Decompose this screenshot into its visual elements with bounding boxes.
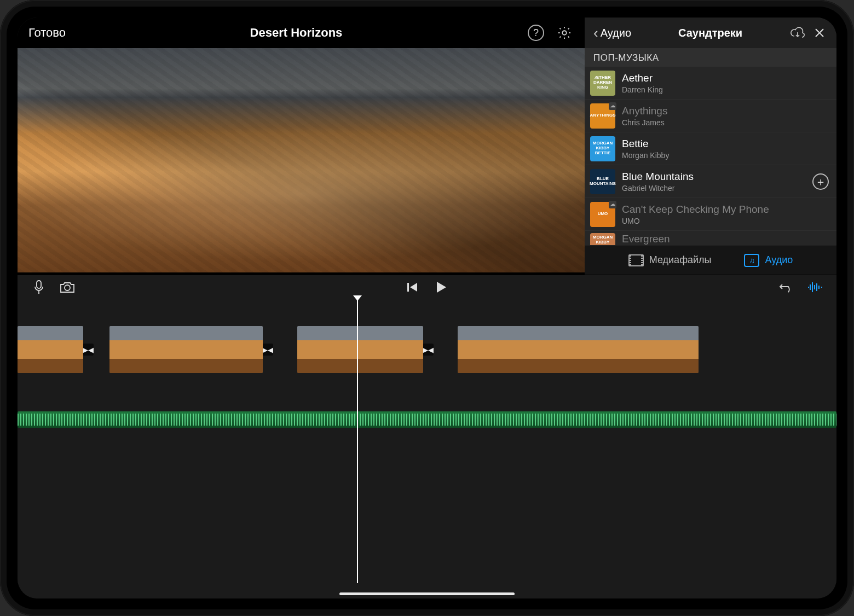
video-clip[interactable] (109, 326, 263, 373)
video-clip[interactable] (18, 326, 83, 373)
music-note-icon: ♫ (744, 254, 759, 267)
tab-media-label: Медиафайлы (649, 254, 712, 266)
svg-rect-3 (407, 283, 409, 292)
undo-button[interactable] (778, 281, 795, 293)
project-title: Desert Horizons (76, 26, 517, 40)
waveform-icon (807, 281, 823, 293)
track-section-header: ПОП-МУЗЫКА (585, 48, 836, 67)
track-title: Bettie (622, 138, 829, 150)
track-artist: Chris James (622, 118, 829, 127)
browser-back-label: Аудио (601, 27, 631, 39)
waveform-toggle-button[interactable] (807, 281, 823, 293)
undo-icon (779, 281, 794, 293)
track-artwork: ÆTHER DARREN KING (590, 71, 615, 96)
tab-audio[interactable]: ♫ Аудио (744, 254, 793, 267)
track-title: Anythings (622, 105, 829, 117)
track-artwork: MORGAN KIBBY BETTIE (590, 136, 615, 161)
track-row[interactable]: ÆTHER DARREN KINGAetherDarren King (585, 67, 836, 100)
done-button[interactable]: Готово (28, 26, 66, 40)
settings-button[interactable] (555, 24, 574, 42)
skip-back-icon (406, 282, 419, 293)
video-clip[interactable] (458, 326, 699, 373)
track-title: Aether (622, 72, 829, 84)
transition-button[interactable]: ▶◀ (423, 344, 434, 356)
track-artwork: MORGAN KIBBY (590, 233, 615, 245)
tab-media[interactable]: Медиафайлы (628, 254, 712, 267)
track-artwork: BLUE MOUNTAINS (590, 169, 615, 194)
film-icon (628, 254, 644, 266)
browser-title: Саундтреки (637, 27, 784, 39)
track-artist: UMO (622, 217, 829, 225)
browser-back-button[interactable]: ‹ Аудио (593, 26, 631, 40)
add-track-button[interactable]: ＋ (812, 173, 829, 190)
close-icon (813, 27, 826, 39)
video-preview[interactable] (18, 48, 585, 272)
cloud-download-icon (789, 26, 806, 39)
video-clip[interactable] (297, 326, 423, 373)
svg-rect-1 (37, 281, 41, 288)
transition-button[interactable]: ▶◀ (83, 344, 94, 356)
record-voiceover-button[interactable] (31, 280, 47, 295)
rewind-button[interactable] (405, 282, 421, 293)
timeline[interactable]: ▶◀▶◀▶◀ (18, 299, 836, 598)
help-button[interactable]: ? (527, 24, 545, 42)
track-row[interactable]: ANYTHINGS☁AnythingsChris James (585, 100, 836, 132)
soundtrack-track[interactable] (18, 411, 836, 428)
tab-audio-label: Аудио (765, 254, 793, 266)
track-artist: Darren King (622, 85, 829, 94)
track-row[interactable]: UMO☁Can't Keep Checking My PhoneUMO (585, 198, 836, 231)
cloud-badge-icon: ☁ (609, 201, 616, 208)
track-list[interactable]: ÆTHER DARREN KINGAetherDarren KingANYTHI… (585, 67, 836, 245)
help-icon: ? (528, 25, 544, 41)
mic-icon (33, 280, 45, 295)
transition-button[interactable]: ▶◀ (262, 344, 273, 356)
media-browser: ‹ Аудио Саундтреки ПОП-МУЗЫКА (585, 18, 836, 275)
track-row[interactable]: BLUE MOUNTAINSBlue MountainsGabriel Witc… (585, 165, 836, 198)
camera-button[interactable] (59, 281, 76, 294)
cloud-badge-icon: ☁ (609, 102, 616, 110)
track-title: Blue Mountains (622, 171, 806, 183)
track-artist: Gabriel Witcher (622, 184, 806, 193)
svg-point-0 (562, 31, 566, 34)
camera-icon (59, 281, 76, 294)
track-artwork: ANYTHINGS☁ (590, 103, 615, 129)
home-indicator (339, 592, 515, 595)
track-title: Evergreen (622, 233, 829, 245)
play-icon (435, 281, 447, 294)
browser-close-button[interactable] (811, 27, 828, 39)
track-row[interactable]: MORGAN KIBBY BETTIEBettieMorgan Kibby (585, 132, 836, 165)
chevron-left-icon: ‹ (593, 26, 598, 40)
svg-point-2 (65, 285, 70, 290)
transport-bar (18, 275, 836, 299)
gear-icon (557, 25, 572, 40)
playhead[interactable] (357, 299, 358, 583)
play-button[interactable] (433, 281, 449, 294)
track-artist: Morgan Kibby (622, 151, 829, 160)
track-artwork: UMO☁ (590, 202, 615, 227)
download-all-button[interactable] (789, 26, 806, 39)
track-title: Can't Keep Checking My Phone (622, 204, 829, 216)
editor-topbar: Готово Desert Horizons ? (18, 18, 585, 48)
track-row[interactable]: MORGAN KIBBYEvergreen (585, 231, 836, 245)
